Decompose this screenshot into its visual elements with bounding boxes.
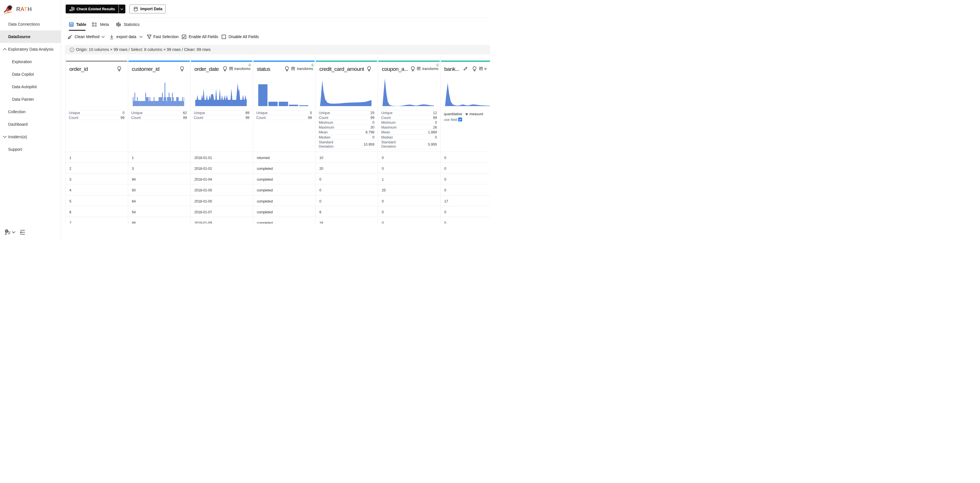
svg-text:字: 字 bbox=[7, 231, 11, 235]
svg-text:A: A bbox=[5, 233, 7, 236]
